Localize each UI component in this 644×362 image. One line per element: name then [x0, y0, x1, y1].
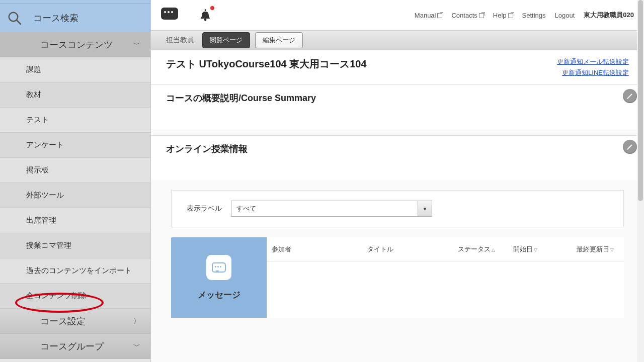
- dropdown-arrow-icon: ▼: [418, 201, 432, 216]
- external-link-icon: [479, 13, 484, 18]
- role-label: 担当教員: [166, 36, 194, 45]
- filter-label-select[interactable]: すべて ▼: [231, 201, 432, 217]
- col-participants[interactable]: 参加者: [267, 245, 362, 254]
- link-settings[interactable]: Settings: [522, 12, 546, 19]
- link-line-forward-settings[interactable]: 更新通知LINE転送設定: [557, 68, 629, 77]
- link-contacts[interactable]: Contacts: [451, 12, 484, 19]
- search-label: コース検索: [33, 12, 78, 24]
- page-scrollbar[interactable]: [637, 0, 644, 362]
- notification-dot-icon: [210, 6, 214, 10]
- nav-session-manage[interactable]: 授業コマ管理: [0, 233, 150, 258]
- bell-icon: [198, 8, 212, 22]
- filter-select-value: すべて: [231, 204, 261, 213]
- pencil-icon: [626, 143, 634, 151]
- svg-line-1: [17, 20, 21, 25]
- link-logout[interactable]: Logout: [555, 12, 575, 19]
- pencil-icon: [626, 92, 634, 100]
- message-icon: [206, 255, 231, 280]
- chevron-down-icon: ﹀: [133, 40, 140, 49]
- col-last-updated[interactable]: 最終更新日▽: [558, 245, 619, 254]
- external-link-icon: [437, 13, 442, 18]
- current-user-label: 東大用教職員020: [584, 11, 634, 20]
- col-start-date[interactable]: 開始日▽: [508, 245, 558, 254]
- filter-label: 表示ラベル: [187, 204, 222, 213]
- edit-online-button[interactable]: [623, 140, 637, 154]
- search-icon: [7, 11, 22, 26]
- col-title[interactable]: タイトル: [362, 245, 453, 254]
- nav-tests[interactable]: テスト: [0, 108, 150, 133]
- chevron-down-icon: ﹀: [133, 342, 140, 351]
- section-course-settings[interactable]: コース設定 〉: [0, 309, 150, 334]
- external-link-icon: [508, 13, 513, 18]
- panel-course-summary-heading: コースの概要説明/Course Summary: [166, 92, 629, 104]
- nav-import-past[interactable]: 過去のコンテンツをインポート: [0, 258, 150, 284]
- chevron-right-icon: 〉: [133, 317, 140, 326]
- col-status[interactable]: ステータス△: [453, 245, 508, 254]
- category-card-message[interactable]: メッセージ: [171, 237, 267, 318]
- panel-online-class-heading: オンライン授業情報: [166, 143, 629, 155]
- sort-desc-icon: ▽: [610, 247, 614, 252]
- section-course-group[interactable]: コースグループ ﹀: [0, 334, 150, 359]
- scrollbar-thumb[interactable]: [638, 0, 643, 201]
- link-manual[interactable]: Manual: [415, 12, 443, 19]
- sort-desc-icon: ▽: [534, 247, 537, 252]
- svg-point-2: [204, 19, 207, 21]
- svg-point-0: [9, 13, 18, 22]
- nav-assignments[interactable]: 課題: [0, 57, 150, 82]
- edit-summary-button[interactable]: [623, 89, 637, 103]
- nav-surveys[interactable]: アンケート: [0, 133, 150, 158]
- course-title: テスト UTokyoCourse104 東大用コース104: [166, 57, 367, 77]
- message-table: 参加者 タイトル ステータス△ 開始日▽ 最終更新日▽: [267, 237, 624, 318]
- category-name: メッセージ: [198, 289, 240, 301]
- nav-board[interactable]: 掲示板: [0, 158, 150, 183]
- section-course-contents[interactable]: コースコンテンツ ﹀: [0, 32, 150, 57]
- section-course-contents-label: コースコンテンツ: [40, 39, 113, 51]
- messages-icon-button[interactable]: [161, 8, 178, 23]
- nav-external-tools[interactable]: 外部ツール: [0, 183, 150, 208]
- tab-view-page[interactable]: 閲覧ページ: [202, 32, 250, 48]
- section-course-settings-label: コース設定: [40, 315, 86, 327]
- notifications-icon-button[interactable]: [198, 8, 212, 22]
- tab-edit-page[interactable]: 編集ページ: [255, 32, 303, 48]
- chat-icon: [161, 8, 178, 20]
- sort-asc-icon: △: [492, 247, 495, 252]
- nav-delete-all[interactable]: 全コンテンツ削除: [0, 284, 150, 309]
- link-mail-forward-settings[interactable]: 更新通知メール転送設定: [557, 57, 629, 66]
- nav-attendance[interactable]: 出席管理: [0, 208, 150, 233]
- nav-materials[interactable]: 教材: [0, 82, 150, 108]
- course-search-row[interactable]: コース検索: [0, 4, 150, 32]
- link-help[interactable]: Help: [493, 12, 513, 19]
- section-course-group-label: コースグループ: [40, 340, 104, 352]
